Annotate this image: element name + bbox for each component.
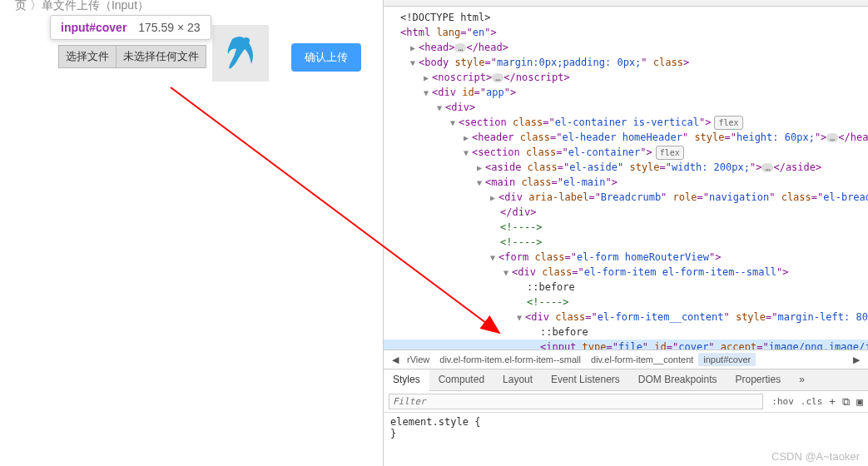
filter-row: :hov .cls + ⧉ ▣	[384, 391, 868, 413]
tree-line[interactable]: <!DOCTYPE html>	[384, 10, 868, 25]
tree-line[interactable]: <header class="el-header homeHeader" sty…	[384, 130, 868, 145]
tree-line[interactable]: <main class="el-main">	[384, 175, 868, 190]
svg-point-0	[243, 37, 250, 44]
styles-tabs: Styles Computed Layout Event Listeners D…	[384, 369, 868, 391]
tab-layout[interactable]: Layout	[494, 369, 542, 390]
file-status-text: 未选择任何文件	[117, 45, 206, 68]
crumb-item[interactable]: div.el-form-item__content	[586, 353, 698, 366]
filter-input[interactable]	[389, 394, 763, 409]
tab-properties[interactable]: Properties	[727, 369, 791, 390]
copy-icon[interactable]: ⧉	[842, 395, 850, 409]
tree-line[interactable]: <div aria-label="Breadcrumb" role="navig…	[384, 190, 868, 205]
tree-line[interactable]: <div class="el-form-item__content" style…	[384, 310, 868, 325]
inspect-tooltip: input#cover 175.59 × 23	[50, 15, 211, 40]
tree-line[interactable]: <!---->	[384, 220, 868, 235]
tree-line[interactable]: <head>…</head>	[384, 40, 868, 55]
crumb-item[interactable]: rView	[402, 353, 434, 366]
tree-line[interactable]: <aside class="el-aside" style="width: 20…	[384, 160, 868, 175]
tree-line[interactable]: <div id="app">	[384, 85, 868, 100]
tab-more-icon[interactable]: »	[790, 369, 814, 390]
tree-line[interactable]: <body style="margin:0px;padding: 0px;" c…	[384, 55, 868, 70]
tree-line[interactable]: <section class="el-container is-vertical…	[384, 115, 868, 130]
tree-line[interactable]: <div class="el-form-item el-form-item--s…	[384, 265, 868, 280]
tooltip-selector: input#cover	[61, 21, 126, 34]
watermark: CSDN @A~taoker	[771, 450, 860, 463]
person-icon	[220, 32, 261, 74]
crumb-item[interactable]: div.el-form-item.el-form-item--small	[434, 353, 586, 366]
devtools-toolbar	[384, 0, 868, 7]
tooltip-dims: 175.59 × 23	[138, 21, 200, 34]
tree-line[interactable]: <form class="el-form homeRouterView">	[384, 250, 868, 265]
cls-toggle[interactable]: .cls	[801, 396, 823, 407]
preview-image	[212, 25, 269, 82]
page-left-panel: 页 〉单文件上传（Input） input#cover 175.59 × 23 …	[0, 0, 383, 466]
tree-line[interactable]: ::before	[384, 280, 868, 295]
choose-file-button[interactable]: 选择文件	[58, 45, 117, 68]
tree-line[interactable]: <section class="el-container">flex	[384, 145, 868, 160]
tree-line[interactable]: <html lang="en">	[384, 25, 868, 40]
tree-line[interactable]: <!---->	[384, 235, 868, 250]
tab-computed[interactable]: Computed	[429, 369, 494, 390]
crumb-item-active[interactable]: input#cover	[698, 353, 756, 366]
tree-line[interactable]: <noscript>…</noscript>	[384, 70, 868, 85]
breadcrumb-bar: ◀ rView div.el-form-item.el-form-item--s…	[384, 350, 868, 369]
tree-line[interactable]: <div>	[384, 100, 868, 115]
tree-line[interactable]: ::before	[384, 325, 868, 340]
tree-line-selected[interactable]: <input type="file" id="cover" accept="im…	[384, 340, 868, 350]
tab-styles[interactable]: Styles	[384, 369, 429, 391]
add-rule-icon[interactable]: +	[829, 395, 836, 408]
elements-tree[interactable]: <!DOCTYPE html> <html lang="en"> <head>……	[384, 7, 868, 350]
tab-event-listeners[interactable]: Event Listeners	[542, 369, 629, 390]
devtools-panel: <!DOCTYPE html> <html lang="en"> <head>……	[383, 0, 868, 466]
crumb-prev-icon[interactable]: ◀	[389, 354, 402, 365]
style-rules[interactable]: element.style { }	[384, 413, 868, 443]
panel-icon[interactable]: ▣	[856, 395, 863, 408]
file-input-row: 选择文件 未选择任何文件	[58, 45, 206, 68]
tree-line[interactable]: </div>	[384, 205, 868, 220]
breadcrumb: 页 〉单文件上传（Input）	[8, 0, 156, 13]
crumb-next-icon[interactable]: ▶	[850, 354, 863, 365]
confirm-upload-button[interactable]: 确认上传	[291, 43, 361, 72]
hov-toggle[interactable]: :hov	[771, 396, 794, 407]
tab-dom-breakpoints[interactable]: DOM Breakpoints	[629, 369, 727, 390]
tree-line[interactable]: <!---->	[384, 295, 868, 310]
